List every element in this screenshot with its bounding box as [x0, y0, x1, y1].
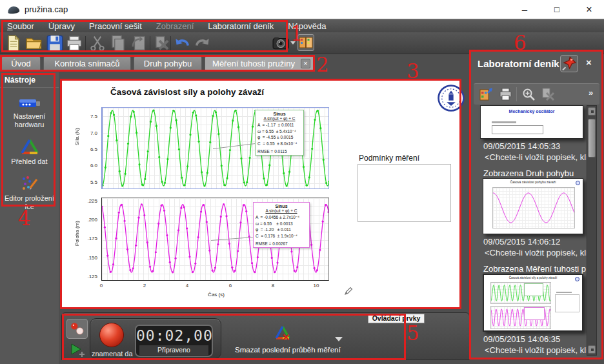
control-panel-label: Ovládací prvky	[368, 314, 425, 323]
thumbnail-logo-icon	[576, 181, 580, 185]
tab-mereni-tuhosti-pruziny[interactable]: Měření tuhosti pružiny ×	[205, 56, 314, 71]
title-bar: pružina.cap – □ ×	[0, 0, 604, 19]
x-tick: 8	[267, 283, 279, 288]
close-button[interactable]: ×	[578, 3, 600, 17]
fit-param-omega: ω = 6.55 ± 5.4x10⁻⁴	[257, 128, 301, 135]
record-button-label: znamenat da	[92, 350, 135, 358]
journal-thumbnail-mechanicky-oscilator[interactable]: Mechanický oscilátor	[480, 105, 583, 139]
conditions-textbox[interactable]	[357, 164, 451, 222]
y-tick: 6.0	[79, 163, 97, 168]
minimize-button[interactable]: –	[514, 3, 536, 17]
thumbnail-title: Časová závislost pohybu závaží	[483, 180, 583, 184]
y-tick: 7.5	[79, 114, 97, 119]
sidebar-item-editor-prolozeni[interactable]: Editor proložení fce	[0, 175, 59, 211]
menu-pracovni-sesit[interactable]: Pracovní sešit	[82, 20, 149, 32]
toolbar-separator	[170, 36, 171, 50]
scroll-up-button[interactable]	[588, 107, 596, 116]
fit-param-phi: φ = -1.20 ± 0.011	[256, 227, 307, 233]
control-panel: Ovládací prvky znamenat da 00:02,00 Přip…	[61, 312, 470, 360]
menu-upravy[interactable]: Úpravy	[41, 20, 82, 32]
timer-display: 00:02,00 Připraveno	[135, 325, 213, 357]
journal-print-icon[interactable]	[498, 87, 513, 102]
x-tick: 6	[224, 283, 237, 288]
journal-entry-heading: Zobrazena Měření tuhosti p	[483, 264, 586, 274]
menu-soubor[interactable]: Soubor	[0, 20, 41, 32]
journal-entry-heading: Zobrazena Druh pohybu	[483, 168, 574, 178]
fit-param-phi: φ = -4.55 ± 0.0015	[257, 134, 301, 141]
sidebar-item-label: Editor proložení fce	[5, 194, 54, 210]
journal-entry-caption[interactable]: <Chcete-li vložit popisek, kli	[485, 345, 588, 355]
fit-parameters-box-position[interactable]: Sinus A sin(ωt + φ) + C A = -0.0456 ± 2.…	[253, 202, 310, 248]
journal-scrollbar[interactable]	[587, 105, 597, 356]
journal-book-icon[interactable]	[297, 34, 314, 51]
thumbnail-fitbox	[524, 283, 543, 296]
new-document-icon[interactable]	[5, 35, 22, 52]
thumbnail-conditions-box	[555, 294, 579, 312]
menu-napoveda[interactable]: Nápověda	[281, 20, 333, 32]
tab-druh-pohybu[interactable]: Druh pohybu	[134, 56, 202, 71]
journal-export-icon[interactable]	[479, 87, 494, 102]
scrollbar-thumb[interactable]	[588, 119, 596, 157]
y-tick: .200	[79, 217, 97, 223]
delete-run-label[interactable]: Smazat poslední průběh měření	[235, 346, 341, 354]
journal-overflow-chevron[interactable]: »	[589, 88, 593, 97]
thumbnail-input-box	[492, 125, 543, 134]
tab-close-icon[interactable]: ×	[301, 59, 310, 68]
fit-formula: A sin(ωt + φ) + C	[257, 116, 301, 121]
thumbnail-chart	[492, 187, 575, 228]
sidebar-item-nastaveni-hardwaru[interactable]: Nastavení hardwaru	[0, 97, 59, 129]
menu-laboratorni-denik[interactable]: Laboratorní deník	[201, 20, 281, 32]
app-icon	[7, 6, 19, 14]
tab-kontrola-snimacu[interactable]: Kontrola snímačů	[43, 56, 131, 71]
pencil-icon[interactable]	[344, 287, 353, 296]
sidebar-item-prehled-dat[interactable]: Přehled dat	[0, 138, 59, 166]
fit-parameters-box-force[interactable]: Sinus A sin(ωt + φ) + C A = -1.17 ± 0.00…	[255, 110, 304, 156]
journal-entry-caption[interactable]: <Chcete-li vložit popisek, kli	[485, 248, 588, 258]
fit-name: Sinus	[257, 112, 301, 116]
journal-entry-date: 09/05/2015 14:05:33	[483, 141, 560, 151]
document-area: Časová závislost síly a polohy závaží Sí…	[61, 80, 460, 308]
journal-entry-caption[interactable]: <Chcete-li vložit popisek, kli	[485, 152, 588, 162]
thumbnail-fitbox	[524, 307, 545, 320]
print-icon[interactable]	[66, 35, 83, 52]
undo-icon[interactable]	[174, 35, 191, 52]
tab-uvod[interactable]: Úvod	[1, 56, 41, 71]
conditions-label: Podmínky měření	[359, 154, 419, 163]
toolbar-separator	[516, 87, 517, 101]
snapshot-camera-icon[interactable]	[272, 35, 289, 52]
maximize-button[interactable]: □	[546, 3, 568, 17]
journal-thumbnail-druh-pohybu[interactable]: Časová závislost pohybu závaží	[483, 178, 583, 234]
delete-run-x-icon: ✕	[282, 332, 290, 343]
x-tick: 2	[138, 283, 151, 288]
journal-toolbar: »	[474, 83, 599, 105]
pin-button[interactable]	[560, 55, 578, 72]
x-tick: 0	[95, 283, 108, 288]
thumbnail-sine-curve	[493, 188, 574, 228]
annotation-label-2: 2	[316, 53, 329, 76]
scroll-down-button[interactable]	[588, 345, 596, 354]
open-file-icon[interactable]	[26, 35, 43, 52]
tab-label: Měření tuhosti pružiny	[212, 59, 295, 68]
fit-name: Sinus	[256, 204, 307, 208]
x-axis-label-time: Čas (s)	[197, 292, 236, 298]
fit-param-C: C = 0.176 ± 1.9x10⁻⁴	[256, 233, 307, 239]
y-tick: .150	[79, 255, 97, 261]
journal-zoom-icon[interactable]	[521, 87, 536, 102]
y-tick: .225	[79, 198, 97, 204]
journal-close-icon[interactable]: ×	[586, 57, 592, 68]
journal-delete-icon	[541, 87, 556, 102]
camera-dropdown-caret[interactable]	[290, 41, 296, 45]
thumbnail-logo-icon	[575, 277, 579, 281]
thumbnail-text-bar	[492, 121, 516, 123]
delete-dropdown-caret[interactable]	[335, 337, 343, 341]
save-icon[interactable]	[46, 35, 63, 52]
record-button[interactable]	[99, 323, 124, 347]
journal-entry-date: 09/05/2015 14:06:35	[483, 334, 560, 344]
journal-entry-date: 09/05/2015 14:06:12	[483, 237, 560, 247]
play-mode-button[interactable]	[68, 343, 87, 358]
record-mode-button[interactable]	[66, 319, 88, 339]
journal-title: Laboratorní deník	[478, 58, 559, 69]
application-window: pružina.cap – □ × Soubor Úpravy Pracovní…	[0, 0, 604, 364]
hardware-icon	[19, 97, 41, 110]
journal-thumbnail-mereni-tuhosti[interactable]: Časová závislost síly a polohy závaží	[483, 274, 583, 332]
